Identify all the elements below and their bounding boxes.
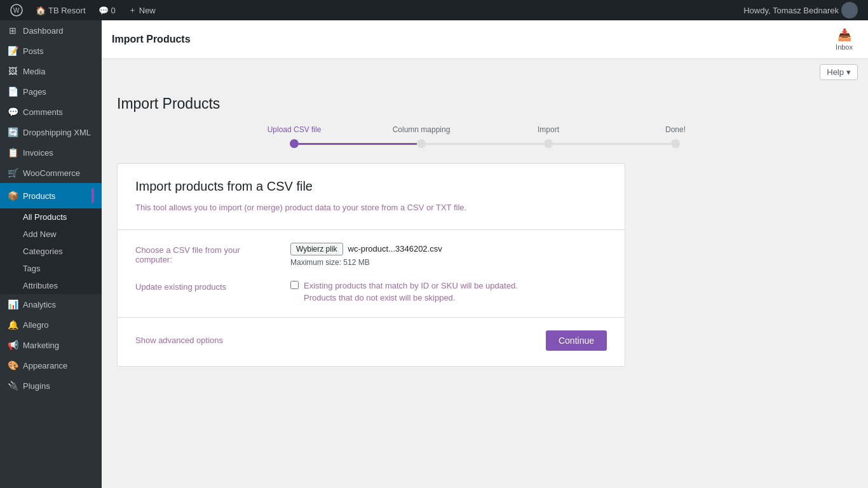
file-field: Wybierz plik wc-product...3346202.csv Ma… <box>290 243 607 267</box>
step-upload-csv: Upload CSV file <box>231 125 358 148</box>
form-divider-bottom <box>118 317 625 318</box>
main-content: Import Products 📥 Inbox Help ▾ Import Pr… <box>102 20 868 488</box>
adminbar-user-greeting[interactable]: Howdy, Tomasz Bednarek <box>738 0 863 20</box>
dashboard-icon: ⊞ <box>8 25 18 36</box>
analytics-icon: 📊 <box>8 299 18 309</box>
help-toolbar: Help ▾ <box>102 59 868 85</box>
form-actions: Show advanced options Continue <box>135 330 607 351</box>
step-done-label: Done! <box>665 125 686 134</box>
step-done: Done! <box>612 125 739 148</box>
page-header-title: Import Products <box>112 34 191 45</box>
sidebar-item-woocommerce[interactable]: 🛒 WooCommerce <box>0 163 102 183</box>
sidebar-item-add-new[interactable]: Add New <box>0 226 102 243</box>
adminbar-site-name[interactable]: 🏠 TB Resort <box>31 0 91 20</box>
sidebar-item-marketing[interactable]: 📢 Marketing <box>0 335 102 355</box>
update-field: Existing products that match by ID or SK… <box>290 280 607 304</box>
step-done-dot <box>671 139 680 148</box>
step-import-label: Import <box>538 125 559 134</box>
chevron-down-icon: ▾ <box>846 67 851 77</box>
steps-progress: Upload CSV file Column mapping Import <box>117 125 853 148</box>
comments-icon: 💬 <box>8 107 18 117</box>
help-button[interactable]: Help ▾ <box>820 64 858 80</box>
adminbar-wp-logo[interactable]: W <box>5 0 28 20</box>
sidebar-item-attributes[interactable]: Attributes <box>0 277 102 294</box>
file-choose-button[interactable]: Wybierz plik <box>290 243 343 255</box>
import-card-title: Import products from a CSV file <box>135 179 607 194</box>
step-import: Import <box>485 125 612 148</box>
update-products-row: Update existing products Existing produc… <box>135 280 607 304</box>
sidebar-item-appearance[interactable]: 🎨 Appearance <box>0 355 102 376</box>
products-icon: 📦 <box>8 191 18 201</box>
appearance-icon: 🎨 <box>8 360 18 370</box>
page-header: Import Products 📥 Inbox <box>102 20 868 59</box>
sidebar-item-analytics[interactable]: 📊 Analytics <box>0 294 102 315</box>
inbox-icon: 📥 <box>837 28 851 42</box>
adminbar-comments[interactable]: 💬 0 <box>93 0 121 20</box>
continue-button[interactable]: Continue <box>546 330 607 351</box>
show-advanced-button[interactable]: Show advanced options <box>135 336 223 345</box>
sidebar-item-categories[interactable]: Categories <box>0 243 102 260</box>
marketing-icon: 📢 <box>8 340 18 350</box>
update-label: Update existing products <box>135 280 275 292</box>
sidebar-item-pages[interactable]: 📄 Pages <box>0 81 102 102</box>
sidebar-item-all-products[interactable]: All Products <box>0 208 102 226</box>
sidebar-item-dashboard[interactable]: ⊞ Dashboard <box>0 20 102 41</box>
sidebar-item-products[interactable]: 📦 Products <box>0 183 102 208</box>
import-card-desc: This tool allows you to import (or merge… <box>135 201 607 214</box>
sidebar-item-plugins[interactable]: 🔌 Plugins <box>0 376 102 396</box>
woocommerce-icon: 🛒 <box>8 168 18 178</box>
step-upload-csv-label: Upload CSV file <box>268 125 322 134</box>
update-checkbox[interactable] <box>290 281 299 289</box>
adminbar-new[interactable]: ＋ New <box>123 0 161 20</box>
sidebar-item-media[interactable]: 🖼 Media <box>0 61 102 81</box>
step-column-mapping-label: Column mapping <box>393 125 451 134</box>
posts-icon: 📝 <box>8 46 18 56</box>
admin-bar: W 🏠 TB Resort 💬 0 ＋ New Howdy, Tomasz Be… <box>0 0 868 20</box>
sidebar: ⊞ Dashboard 📝 Posts 🖼 Media 📄 Pages 💬 Co… <box>0 20 102 488</box>
form-divider-top <box>118 229 625 230</box>
step-column-mapping: Column mapping <box>358 125 485 148</box>
file-name: wc-product...3346202.csv <box>348 244 442 254</box>
sidebar-item-comments[interactable]: 💬 Comments <box>0 102 102 122</box>
invoices-icon: 📋 <box>8 147 18 158</box>
update-checkbox-desc: Existing products that match by ID or SK… <box>304 280 518 304</box>
file-label: Choose a CSV file from your computer: <box>135 243 275 264</box>
import-card: Import products from a CSV file This too… <box>117 163 625 367</box>
svg-text:W: W <box>13 7 20 14</box>
step-import-dot <box>544 139 553 148</box>
file-chooser-row: Choose a CSV file from your computer: Wy… <box>135 243 607 267</box>
dropshipping-icon: 🔄 <box>8 127 18 137</box>
sidebar-item-tags[interactable]: Tags <box>0 260 102 277</box>
sidebar-item-posts[interactable]: 📝 Posts <box>0 41 102 61</box>
allegro-icon: 🔔 <box>8 320 18 330</box>
sidebar-item-invoices[interactable]: 📋 Invoices <box>0 142 102 163</box>
inbox-button[interactable]: 📥 Inbox <box>831 25 858 53</box>
pages-icon: 📄 <box>8 86 18 97</box>
plugins-icon: 🔌 <box>8 381 18 391</box>
sidebar-item-allegro[interactable]: 🔔 Allegro <box>0 315 102 335</box>
max-size-label: Maximum size: 512 MB <box>290 258 607 267</box>
step-upload-dot <box>290 139 299 148</box>
step-column-dot <box>417 139 426 148</box>
page-title: Import Products <box>117 95 853 112</box>
content-area: Import Products Upload CSV file Column m… <box>102 85 868 377</box>
media-icon: 🖼 <box>8 66 18 76</box>
sidebar-item-dropshipping[interactable]: 🔄 Dropshipping XML <box>0 122 102 142</box>
